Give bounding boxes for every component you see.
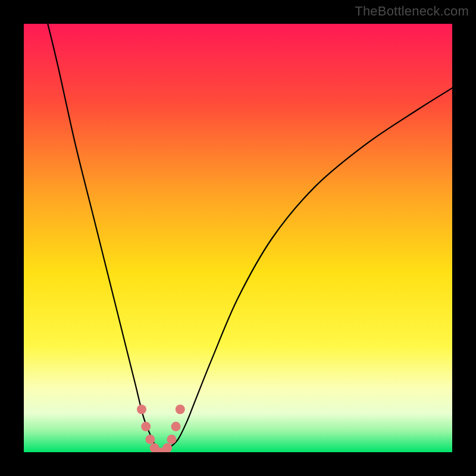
svg-rect-0 xyxy=(24,24,452,452)
gradient-background xyxy=(24,24,452,452)
watermark-text: TheBottleneck.com xyxy=(355,4,469,19)
plot-area xyxy=(24,24,452,452)
chart-container: TheBottleneck.com xyxy=(0,0,476,476)
